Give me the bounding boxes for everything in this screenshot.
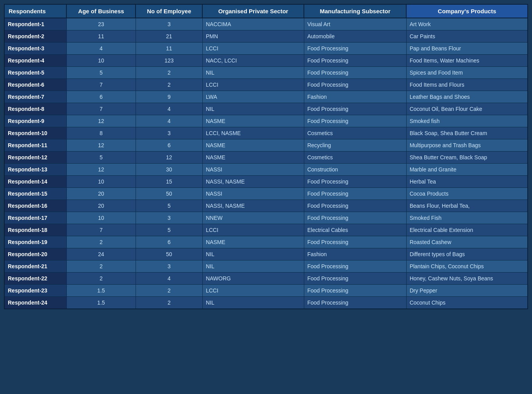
table-row: Respondent-21121PMNAutomobileCar Paints	[4, 30, 528, 43]
respondent-name: Respondent-12	[4, 152, 66, 164]
products-value: Black Soap, Shea Butter Cream	[406, 127, 528, 139]
sector-value: LCCI	[202, 43, 304, 55]
respondent-name: Respondent-15	[4, 188, 66, 200]
subsector-value: Automobile	[304, 30, 406, 43]
subsector-value: Electrical Cables	[304, 224, 406, 236]
respondent-name: Respondent-9	[4, 115, 66, 127]
respondent-name: Respondent-10	[4, 127, 66, 139]
subsector-value: Food Processing	[304, 55, 406, 67]
age-value: 7	[66, 224, 136, 236]
header-sector: Organised Private Sector	[202, 4, 304, 18]
respondent-name: Respondent-22	[4, 273, 66, 285]
sector-value: PMN	[202, 30, 304, 43]
products-value: Food Items and Flours	[406, 79, 528, 91]
sector-value: NACC, LCCI	[202, 55, 304, 67]
age-value: 12	[66, 139, 136, 152]
age-value: 4	[66, 43, 136, 55]
employees-value: 3	[136, 212, 202, 224]
age-value: 12	[66, 164, 136, 176]
sector-value: LCCI	[202, 79, 304, 91]
age-value: 12	[66, 115, 136, 127]
table-row: Respondent-1083LCCI, NASMECosmeticsBlack…	[4, 127, 528, 139]
employees-value: 2	[136, 67, 202, 79]
respondent-name: Respondent-17	[4, 212, 66, 224]
sector-value: NIL	[202, 67, 304, 79]
respondent-name: Respondent-6	[4, 79, 66, 91]
subsector-value: Food Processing	[304, 260, 406, 273]
table-row: Respondent-552NILFood ProcessingSpices a…	[4, 67, 528, 79]
table-row: Respondent-12512NASMECosmeticsShea Butte…	[4, 152, 528, 164]
employees-value: 3	[136, 127, 202, 139]
age-value: 11	[66, 30, 136, 43]
table-row: Respondent-874NILFood ProcessingCoconut …	[4, 103, 528, 115]
products-value: Coconut Chips	[406, 297, 528, 309]
table-row: Respondent-2224NAWORGFood ProcessingHone…	[4, 273, 528, 285]
age-value: 8	[66, 127, 136, 139]
products-value: Smoked fish	[406, 115, 528, 127]
products-value: Leather Bags and Shoes	[406, 91, 528, 103]
age-value: 5	[66, 152, 136, 164]
subsector-value: Food Processing	[304, 236, 406, 248]
age-value: 20	[66, 200, 136, 212]
respondent-name: Respondent-4	[4, 55, 66, 67]
respondent-name: Respondent-3	[4, 43, 66, 55]
header-respondents: Respondents	[4, 4, 66, 18]
employees-value: 50	[136, 248, 202, 260]
employees-value: 4	[136, 273, 202, 285]
table-row: Respondent-9124NASMEFood ProcessingSmoke…	[4, 115, 528, 127]
subsector-value: Cosmetics	[304, 127, 406, 139]
products-value: Multipurpose and Trash Bags	[406, 139, 528, 152]
products-value: Coconut Oil, Bean Flour Cake	[406, 103, 528, 115]
sector-value: NASSI	[202, 188, 304, 200]
table-row: Respondent-1875LCCIElectrical CablesElec…	[4, 224, 528, 236]
sector-value: NASME	[202, 152, 304, 164]
age-value: 10	[66, 176, 136, 188]
subsector-value: Fashion	[304, 91, 406, 103]
products-value: Roasted Cashew	[406, 236, 528, 248]
age-value: 1.5	[66, 297, 136, 309]
products-value: Plantain Chips, Coconut Chips	[406, 260, 528, 273]
products-value: Herbal Tea	[406, 176, 528, 188]
subsector-value: Food Processing	[304, 43, 406, 55]
sector-value: NAWORG	[202, 273, 304, 285]
respondent-name: Respondent-1	[4, 18, 66, 30]
subsector-value: Recycling	[304, 139, 406, 152]
subsector-value: Food Processing	[304, 273, 406, 285]
header-products: Company's Products	[406, 4, 528, 18]
respondent-name: Respondent-16	[4, 200, 66, 212]
age-value: 7	[66, 79, 136, 91]
sector-value: NASSI	[202, 164, 304, 176]
table-row: Respondent-1926NASMEFood ProcessingRoast…	[4, 236, 528, 248]
products-value: Pap and Beans Flour	[406, 43, 528, 55]
age-value: 7	[66, 103, 136, 115]
respondent-name: Respondent-19	[4, 236, 66, 248]
respondent-name: Respondent-5	[4, 67, 66, 79]
respondent-name: Respondent-11	[4, 139, 66, 152]
sector-value: LCCI	[202, 285, 304, 297]
age-value: 23	[66, 18, 136, 30]
respondent-name: Respondent-24	[4, 297, 66, 309]
age-value: 5	[66, 67, 136, 79]
employees-value: 3	[136, 18, 202, 30]
table-row: Respondent-16205NASSI, NASMEFood Process…	[4, 200, 528, 212]
employees-value: 30	[136, 164, 202, 176]
sector-value: LCCI, NASME	[202, 127, 304, 139]
products-value: Car Paints	[406, 30, 528, 43]
employees-value: 2	[136, 79, 202, 91]
table-wrapper: Respondents Age of Business No of Employ…	[0, 0, 532, 394]
respondent-name: Respondent-23	[4, 285, 66, 297]
table-row: Respondent-410123NACC, LCCIFood Processi…	[4, 55, 528, 67]
table-row: Respondent-1233NACCIMAVisual ArtArt Work	[4, 18, 528, 30]
employees-value: 3	[136, 260, 202, 273]
products-value: Electrical Cable Extension	[406, 224, 528, 236]
age-value: 20	[66, 188, 136, 200]
sector-value: NIL	[202, 297, 304, 309]
products-value: Dry Pepper	[406, 285, 528, 297]
employees-value: 123	[136, 55, 202, 67]
respondent-name: Respondent-14	[4, 176, 66, 188]
respondent-name: Respondent-2	[4, 30, 66, 43]
sector-value: NASSI, NASME	[202, 200, 304, 212]
sector-value: NASSI, NASME	[202, 176, 304, 188]
respondent-name: Respondent-8	[4, 103, 66, 115]
sector-value: NIL	[202, 260, 304, 273]
